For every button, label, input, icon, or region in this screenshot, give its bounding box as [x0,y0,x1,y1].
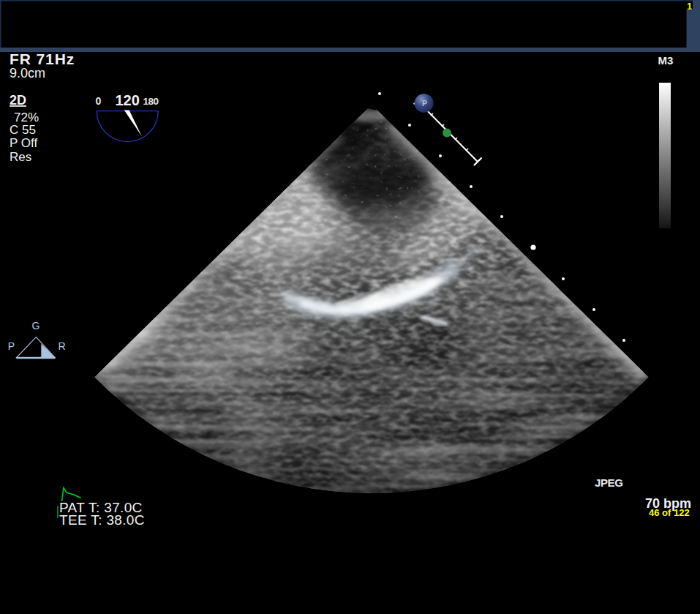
svg-text:1: 1 [687,1,692,12]
svg-text:120: 120 [116,92,140,108]
svg-text:9.0cm: 9.0cm [10,66,45,81]
svg-text:C 55: C 55 [10,123,36,137]
svg-text:180: 180 [143,96,159,107]
svg-text:JPEG: JPEG [595,476,622,489]
svg-text:G: G [32,320,40,332]
svg-text:P: P [8,340,15,352]
svg-text:P Off: P Off [10,136,37,150]
svg-text:FR 71Hz: FR 71Hz [10,50,75,67]
svg-text:2D: 2D [10,93,26,108]
svg-text:P: P [422,99,427,108]
svg-text:46 of 122: 46 of 122 [649,507,690,518]
svg-text:TEE T: 38.0C: TEE T: 38.0C [59,512,145,528]
svg-text:M3: M3 [658,54,674,67]
svg-text:Res: Res [10,150,31,164]
svg-text:R: R [58,340,65,352]
svg-text:0: 0 [96,95,102,107]
